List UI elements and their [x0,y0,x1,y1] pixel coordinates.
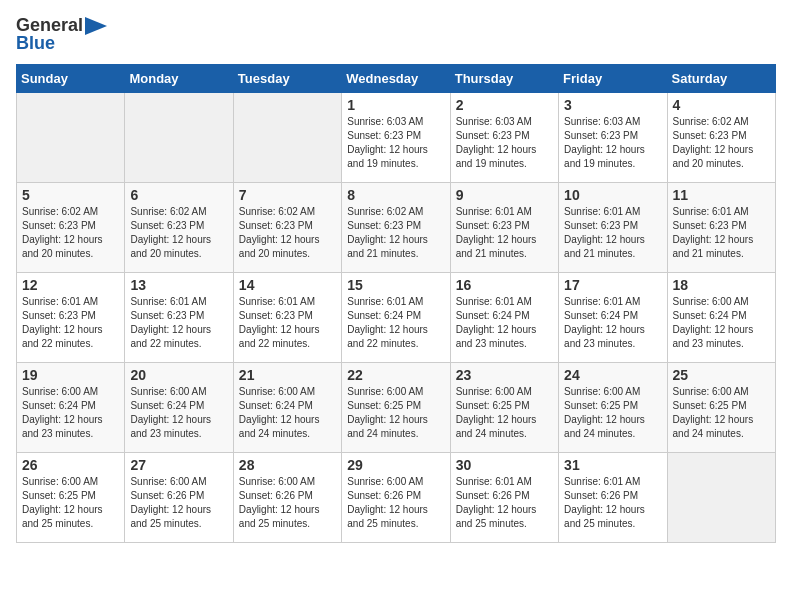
day-info: Sunrise: 6:02 AM Sunset: 6:23 PM Dayligh… [22,205,119,261]
day-number: 26 [22,457,119,473]
day-cell: 1Sunrise: 6:03 AM Sunset: 6:23 PM Daylig… [342,92,450,182]
day-cell: 16Sunrise: 6:01 AM Sunset: 6:24 PM Dayli… [450,272,558,362]
day-info: Sunrise: 6:02 AM Sunset: 6:23 PM Dayligh… [347,205,444,261]
day-info: Sunrise: 6:01 AM Sunset: 6:26 PM Dayligh… [456,475,553,531]
day-cell [667,452,775,542]
day-number: 4 [673,97,770,113]
day-number: 16 [456,277,553,293]
day-info: Sunrise: 6:01 AM Sunset: 6:23 PM Dayligh… [130,295,227,351]
day-info: Sunrise: 6:03 AM Sunset: 6:23 PM Dayligh… [564,115,661,171]
day-info: Sunrise: 6:00 AM Sunset: 6:24 PM Dayligh… [673,295,770,351]
day-number: 13 [130,277,227,293]
day-info: Sunrise: 6:00 AM Sunset: 6:25 PM Dayligh… [564,385,661,441]
day-cell: 17Sunrise: 6:01 AM Sunset: 6:24 PM Dayli… [559,272,667,362]
week-row-5: 26Sunrise: 6:00 AM Sunset: 6:25 PM Dayli… [17,452,776,542]
day-cell: 22Sunrise: 6:00 AM Sunset: 6:25 PM Dayli… [342,362,450,452]
day-cell: 21Sunrise: 6:00 AM Sunset: 6:24 PM Dayli… [233,362,341,452]
logo-arrow-icon [85,17,107,35]
day-cell: 3Sunrise: 6:03 AM Sunset: 6:23 PM Daylig… [559,92,667,182]
day-cell: 15Sunrise: 6:01 AM Sunset: 6:24 PM Dayli… [342,272,450,362]
day-cell: 11Sunrise: 6:01 AM Sunset: 6:23 PM Dayli… [667,182,775,272]
weekday-header-row: SundayMondayTuesdayWednesdayThursdayFrid… [17,64,776,92]
day-cell: 14Sunrise: 6:01 AM Sunset: 6:23 PM Dayli… [233,272,341,362]
week-row-1: 1Sunrise: 6:03 AM Sunset: 6:23 PM Daylig… [17,92,776,182]
day-info: Sunrise: 6:00 AM Sunset: 6:24 PM Dayligh… [239,385,336,441]
day-info: Sunrise: 6:00 AM Sunset: 6:25 PM Dayligh… [456,385,553,441]
day-number: 24 [564,367,661,383]
logo-blue: Blue [16,34,55,54]
day-info: Sunrise: 6:01 AM Sunset: 6:24 PM Dayligh… [456,295,553,351]
day-cell: 27Sunrise: 6:00 AM Sunset: 6:26 PM Dayli… [125,452,233,542]
day-cell: 8Sunrise: 6:02 AM Sunset: 6:23 PM Daylig… [342,182,450,272]
day-info: Sunrise: 6:01 AM Sunset: 6:23 PM Dayligh… [564,205,661,261]
day-number: 7 [239,187,336,203]
day-cell [125,92,233,182]
weekday-header-saturday: Saturday [667,64,775,92]
weekday-header-friday: Friday [559,64,667,92]
day-number: 25 [673,367,770,383]
day-cell: 23Sunrise: 6:00 AM Sunset: 6:25 PM Dayli… [450,362,558,452]
day-cell: 20Sunrise: 6:00 AM Sunset: 6:24 PM Dayli… [125,362,233,452]
weekday-header-wednesday: Wednesday [342,64,450,92]
weekday-header-monday: Monday [125,64,233,92]
day-number: 2 [456,97,553,113]
day-number: 18 [673,277,770,293]
day-info: Sunrise: 6:01 AM Sunset: 6:23 PM Dayligh… [673,205,770,261]
day-info: Sunrise: 6:01 AM Sunset: 6:24 PM Dayligh… [564,295,661,351]
day-cell [17,92,125,182]
day-number: 11 [673,187,770,203]
svg-marker-0 [85,17,107,35]
logo-text: General Blue [16,16,107,54]
day-number: 23 [456,367,553,383]
day-number: 8 [347,187,444,203]
day-number: 5 [22,187,119,203]
day-number: 30 [456,457,553,473]
day-info: Sunrise: 6:01 AM Sunset: 6:26 PM Dayligh… [564,475,661,531]
day-info: Sunrise: 6:00 AM Sunset: 6:25 PM Dayligh… [673,385,770,441]
day-number: 28 [239,457,336,473]
day-cell: 25Sunrise: 6:00 AM Sunset: 6:25 PM Dayli… [667,362,775,452]
day-cell: 6Sunrise: 6:02 AM Sunset: 6:23 PM Daylig… [125,182,233,272]
day-number: 21 [239,367,336,383]
day-info: Sunrise: 6:01 AM Sunset: 6:23 PM Dayligh… [22,295,119,351]
day-info: Sunrise: 6:00 AM Sunset: 6:24 PM Dayligh… [22,385,119,441]
header: General Blue [16,16,776,54]
day-number: 14 [239,277,336,293]
day-number: 6 [130,187,227,203]
day-info: Sunrise: 6:02 AM Sunset: 6:23 PM Dayligh… [239,205,336,261]
day-number: 9 [456,187,553,203]
day-cell: 19Sunrise: 6:00 AM Sunset: 6:24 PM Dayli… [17,362,125,452]
day-info: Sunrise: 6:01 AM Sunset: 6:24 PM Dayligh… [347,295,444,351]
day-number: 31 [564,457,661,473]
day-number: 17 [564,277,661,293]
day-cell: 29Sunrise: 6:00 AM Sunset: 6:26 PM Dayli… [342,452,450,542]
day-number: 15 [347,277,444,293]
day-cell: 9Sunrise: 6:01 AM Sunset: 6:23 PM Daylig… [450,182,558,272]
day-number: 12 [22,277,119,293]
calendar-table: SundayMondayTuesdayWednesdayThursdayFrid… [16,64,776,543]
day-cell: 5Sunrise: 6:02 AM Sunset: 6:23 PM Daylig… [17,182,125,272]
day-cell: 30Sunrise: 6:01 AM Sunset: 6:26 PM Dayli… [450,452,558,542]
day-info: Sunrise: 6:03 AM Sunset: 6:23 PM Dayligh… [456,115,553,171]
day-info: Sunrise: 6:00 AM Sunset: 6:25 PM Dayligh… [22,475,119,531]
day-number: 3 [564,97,661,113]
day-cell: 10Sunrise: 6:01 AM Sunset: 6:23 PM Dayli… [559,182,667,272]
day-info: Sunrise: 6:02 AM Sunset: 6:23 PM Dayligh… [130,205,227,261]
day-info: Sunrise: 6:02 AM Sunset: 6:23 PM Dayligh… [673,115,770,171]
day-info: Sunrise: 6:00 AM Sunset: 6:24 PM Dayligh… [130,385,227,441]
logo: General Blue [16,16,107,54]
week-row-4: 19Sunrise: 6:00 AM Sunset: 6:24 PM Dayli… [17,362,776,452]
day-cell: 18Sunrise: 6:00 AM Sunset: 6:24 PM Dayli… [667,272,775,362]
day-cell: 4Sunrise: 6:02 AM Sunset: 6:23 PM Daylig… [667,92,775,182]
day-info: Sunrise: 6:03 AM Sunset: 6:23 PM Dayligh… [347,115,444,171]
day-info: Sunrise: 6:00 AM Sunset: 6:26 PM Dayligh… [130,475,227,531]
day-number: 19 [22,367,119,383]
day-info: Sunrise: 6:00 AM Sunset: 6:26 PM Dayligh… [347,475,444,531]
day-number: 29 [347,457,444,473]
day-number: 20 [130,367,227,383]
weekday-header-sunday: Sunday [17,64,125,92]
day-cell: 28Sunrise: 6:00 AM Sunset: 6:26 PM Dayli… [233,452,341,542]
day-number: 27 [130,457,227,473]
day-cell: 2Sunrise: 6:03 AM Sunset: 6:23 PM Daylig… [450,92,558,182]
day-cell: 31Sunrise: 6:01 AM Sunset: 6:26 PM Dayli… [559,452,667,542]
